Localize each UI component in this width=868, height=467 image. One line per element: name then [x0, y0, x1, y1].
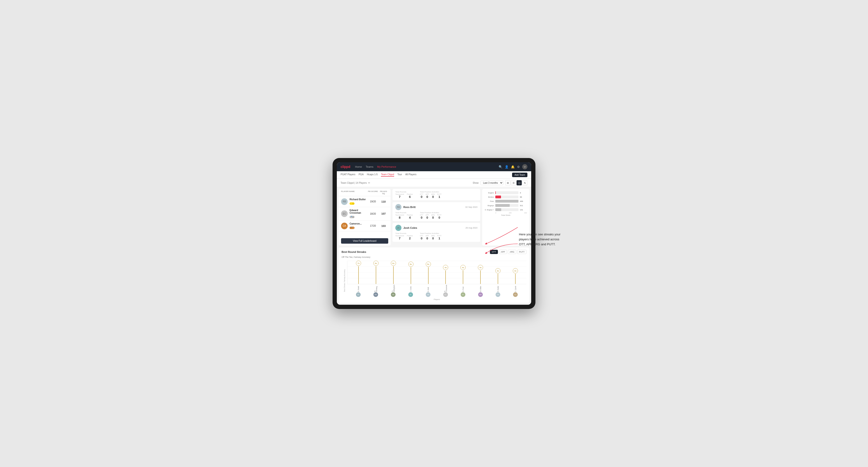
- streak-col-ford: 4x: [460, 261, 466, 284]
- player-avatar-butler: RB: [496, 292, 500, 297]
- streak-bubble-butler: 3x: [495, 268, 500, 273]
- card-name-3: Josh Coles: [403, 226, 465, 229]
- player-list-header: PLAYER NAME PB SCORE PB AVG SQ: [339, 189, 391, 196]
- sub-nav-team-clippd[interactable]: Team Clippd: [381, 173, 394, 177]
- streak-col-coles: 5x: [408, 261, 413, 284]
- settings-view-btn[interactable]: ⇅: [522, 180, 527, 185]
- annotation-text: Here you can see streaks your players ha…: [519, 232, 560, 246]
- player-name-miller: M. Miller: [480, 285, 482, 292]
- bar-fill-birdies: [495, 195, 501, 198]
- bar-label-eagles: Eagles: [485, 192, 494, 194]
- list-view-btn[interactable]: ☰: [511, 180, 516, 185]
- nav-links: Home Teams My Performance: [355, 164, 499, 169]
- pb-score-3: 17/20: [367, 224, 379, 227]
- streak-bubble-britt: 5x: [426, 261, 431, 267]
- player-name-ford: D. Ford: [462, 285, 464, 292]
- nav-home[interactable]: Home: [355, 164, 362, 169]
- bell-icon[interactable]: 🔔: [511, 165, 515, 168]
- bar-fill-pars: [495, 200, 519, 203]
- bar-label-dbogeys: D. Bogeys +: [485, 209, 494, 211]
- player-row[interactable]: CA Cameron... 🥉 3 17/20 103: [339, 220, 391, 231]
- streak-bubble-crossman: 4x: [443, 265, 448, 270]
- bar-fill-dbogeys: [495, 208, 501, 211]
- streak-bar-ford: [463, 271, 463, 284]
- period-select[interactable]: Last 3 months: [480, 181, 503, 185]
- pb-avg-2: 107: [379, 212, 388, 215]
- streak-bubble-quick: 3x: [513, 268, 518, 273]
- bar-row-birdies: Birdies 96: [485, 195, 527, 198]
- player-avatar-ewart: EE: [356, 292, 361, 297]
- add-team-button[interactable]: Add Team: [512, 173, 527, 177]
- nav-my-performance[interactable]: My Performance: [377, 164, 396, 169]
- player-name-mcharg: B. McHarg: [374, 285, 377, 292]
- user-icon[interactable]: 👤: [505, 165, 508, 168]
- player-row[interactable]: RB Richard Butler ⭐ 1 19/20 110: [339, 196, 391, 207]
- player-stat-card-3: JC Josh Coles 26 Aug 2023 Total Rounds T…: [393, 223, 480, 242]
- team-title: Team Clippd | 14 Players: [341, 182, 367, 184]
- streak-bar-ewart: [358, 266, 359, 284]
- sub-nav-all-players[interactable]: All Players: [405, 173, 416, 177]
- card-top-3: JC Josh Coles 26 Aug 2023: [395, 225, 477, 231]
- streak-bar-miller: [480, 271, 481, 284]
- sub-nav-pga[interactable]: PGA: [359, 173, 364, 177]
- streak-col-mcharg: 6x: [373, 261, 379, 284]
- streak-bar-butler: [498, 274, 498, 284]
- card-date-3: 26 Aug 2023: [465, 227, 477, 229]
- avatar[interactable]: U: [522, 164, 527, 169]
- pb-avg-col-header: PB AVG SQ: [379, 190, 388, 195]
- search-icon[interactable]: 🔍: [499, 165, 502, 168]
- bar-track-eagles: [495, 191, 519, 194]
- streak-bubble-miller: 4x: [478, 265, 483, 270]
- sub-nav-hcaps[interactable]: Hcaps 1-5: [367, 173, 378, 177]
- player-name-col-header: PLAYER NAME: [341, 190, 367, 195]
- player-avatar-coles: JC: [408, 292, 413, 297]
- player-avatar-1: RB: [341, 198, 348, 205]
- streak-bubble-ewart: 7x: [356, 261, 361, 266]
- x-axis-label: Players: [347, 299, 526, 301]
- streak-col-britt: 5x: [426, 261, 431, 284]
- streaks-title: Best Round Streaks: [342, 250, 366, 253]
- settings-icon[interactable]: ⚙: [517, 165, 520, 168]
- card-name-2: Rees Britt: [403, 206, 465, 209]
- player-name-crossman: E. Crossman: [444, 285, 447, 292]
- pb-score-1: 19/20: [367, 200, 379, 203]
- pb-avg-1: 110: [379, 200, 388, 203]
- streak-bubble-coles: 5x: [408, 261, 413, 267]
- show-label: Show: [473, 182, 478, 184]
- nav-teams[interactable]: Teams: [366, 164, 373, 169]
- bar-row-pars: Pars 499: [485, 200, 527, 203]
- bar-label-pars: Pars: [485, 200, 494, 203]
- bar-value-birdies: 96: [520, 196, 527, 198]
- edit-icon[interactable]: ✏: [368, 182, 370, 184]
- streak-bar-area: 7x 6x: [347, 261, 526, 284]
- view-leaderboard-button[interactable]: View Full Leaderboard: [341, 238, 388, 244]
- player-avatar-2: EC: [341, 210, 348, 217]
- player-name-2: Edward Crossman: [349, 209, 367, 214]
- player-row[interactable]: EC Edward Crossman 🥈 2 18/20 107: [339, 207, 391, 220]
- bar-fill-bogeys: [495, 204, 510, 207]
- table-view-btn[interactable]: ◫: [517, 180, 522, 185]
- bar-row-bogeys: Bogeys 311: [485, 204, 527, 207]
- streak-col-crossman: 4x: [443, 261, 448, 284]
- sub-nav-tour[interactable]: Tour: [398, 173, 402, 177]
- card-date-2: 02 Sep 2023: [465, 206, 477, 208]
- bar-row-eagles: Eagles 3: [485, 191, 527, 194]
- grid-view-btn[interactable]: ⊞: [505, 180, 510, 185]
- streak-bar-britt: [428, 267, 429, 284]
- streak-bar-mcharg: [376, 266, 376, 284]
- player-name-butler: R. Butler: [497, 285, 499, 292]
- streak-col-quick: 3x: [513, 261, 518, 284]
- bar-chart: Eagles 3 Birdies: [485, 191, 527, 211]
- show-controls: Show Last 3 months ⊞ ☰ ◫ ⇅: [473, 180, 527, 185]
- sub-nav-pgat[interactable]: PGAT Players: [341, 173, 355, 177]
- bar-track-bogeys: [495, 204, 519, 207]
- chart-x-axis: 0 200 400: [485, 212, 527, 214]
- bar-label-birdies: Birdies: [485, 196, 494, 198]
- streak-col-billingham: 6x: [391, 261, 396, 284]
- player-name-billingham: D. Billingham: [392, 285, 395, 292]
- chart-title: Total Shots: [485, 214, 527, 216]
- nav-bar: clippd Home Teams My Performance 🔍 👤 🔔 ⚙…: [337, 162, 531, 171]
- y-axis-label: Best Streak, Fairway Accuracy: [344, 269, 345, 292]
- player-badge-1: ⭐ 1: [349, 203, 354, 205]
- team-header: Team Clippd | 14 Players ✏ Show Last 3 m…: [337, 179, 531, 187]
